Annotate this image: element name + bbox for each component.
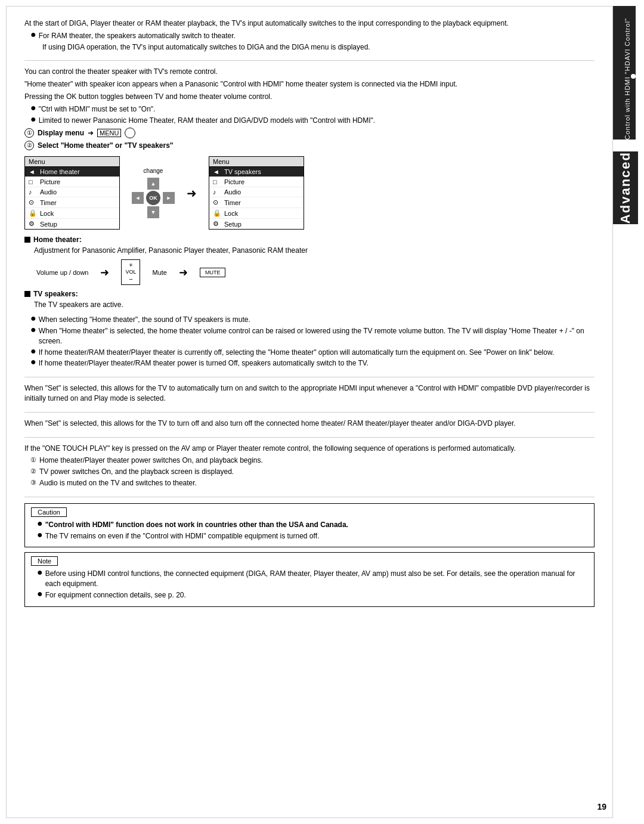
step-num-1: ① xyxy=(24,128,34,138)
caution-bullets: ● "Control with HDMI" function does not … xyxy=(37,520,588,541)
picture-icon: □ xyxy=(29,178,37,185)
list-item: ② TV power switches On, and the playback… xyxy=(30,467,595,477)
num-icon: ① xyxy=(30,456,36,464)
note-bullets: ● Before using HDMI control functions, t… xyxy=(37,569,588,600)
arrow-right-icon: ➜ xyxy=(187,186,197,200)
section-3: When "Set" is selected, this allows for … xyxy=(24,383,595,413)
s1-bullets: ● For RAM theater, the speakers automati… xyxy=(30,31,595,52)
audio-icon: ♪ xyxy=(213,188,221,196)
step-1: ① Display menu ➜ MENU xyxy=(24,128,595,138)
menu-item-label: Timer xyxy=(40,199,57,206)
menu-row-lock: 🔒 Lock xyxy=(25,208,119,219)
dpad-up-btn[interactable]: ▲ xyxy=(147,178,159,190)
note-title-box: Note xyxy=(31,556,588,569)
lock-icon: 🔒 xyxy=(213,209,221,217)
dpad-left-btn[interactable]: ◄ xyxy=(132,192,144,204)
main-content: At the start of DIGA, Player theater or … xyxy=(6,6,613,818)
s5-bullets: ① Home theater/Player theater power swit… xyxy=(30,456,595,488)
audio-icon: ♪ xyxy=(29,188,37,196)
menu-icon-sym: MENU xyxy=(97,129,121,137)
s2-bullets2: ● When selecting "Home theater", the sou… xyxy=(30,315,595,368)
menu-row-audio-r: ♪ Audio xyxy=(209,187,304,197)
list-item: ● The TV remains on even if the "Control… xyxy=(37,531,588,541)
s2-p1: You can control the theater speaker with… xyxy=(24,67,595,77)
ok-btn[interactable]: OK xyxy=(146,191,160,205)
tab-dot-icon xyxy=(631,74,636,79)
vol-label-text: VOL xyxy=(125,269,136,275)
black-square-icon xyxy=(24,291,30,297)
mute-arrow-icon: ➜ xyxy=(179,266,188,279)
note-box: Note ● Before using HDMI control functio… xyxy=(24,552,595,606)
mute-box: MUTE xyxy=(200,268,226,277)
menu-row-picture: □ Picture xyxy=(25,177,119,187)
bullet-icon: ● xyxy=(37,589,43,599)
tv-heading-text: TV speakers: xyxy=(33,290,78,298)
s5-p1: If the "ONE TOUCH PLAY" key is pressed o… xyxy=(24,444,595,454)
right-tab-advanced: Advanced xyxy=(613,151,638,224)
speaker-icon: ◄ xyxy=(29,168,37,175)
vol-row: Volume up / down ➜ + VOL − Mute ➜ MUTE xyxy=(36,259,595,285)
arrow-icon: ➜ xyxy=(88,129,94,137)
menu-item-label: Setup xyxy=(40,221,57,228)
vol-minus: − xyxy=(129,275,132,283)
page-number: 19 xyxy=(597,802,606,811)
dpad-right-btn[interactable]: ► xyxy=(163,192,175,204)
s2-bullets1: ● "Ctrl with HDMI" must be set to "On". … xyxy=(30,104,595,126)
menu-row-picture-r: □ Picture xyxy=(209,177,304,187)
s1-p1: At the start of DIGA, Player theater or … xyxy=(24,18,595,29)
dpad-container: change ▲ ◄ OK ► ▼ xyxy=(132,168,175,218)
list-item: ● When "Home theater" is selected, the h… xyxy=(30,326,595,346)
list-item: ● For equipment connection details, see … xyxy=(37,590,588,600)
lock-icon: 🔒 xyxy=(29,209,37,217)
mute-label: Mute xyxy=(152,269,166,276)
bullet-icon: ● xyxy=(30,357,36,367)
menu-item-label: Lock xyxy=(224,210,238,217)
dpad: ▲ ◄ OK ► ▼ xyxy=(132,178,175,218)
vol-box: + VOL − xyxy=(121,259,140,285)
menu-item-label: Setup xyxy=(224,221,242,228)
mute-box-label: MUTE xyxy=(205,269,221,275)
menu-row-setup-r: ⚙ Setup xyxy=(209,219,304,229)
home-theater-section: Home theater: Adjustment for Panasonic A… xyxy=(24,236,595,285)
right-tab-control: Control with HDMI "HDAVI Control" xyxy=(613,6,636,140)
menus-row: Menu ◄ Home theater □ Picture ♪ Audio ⊙ xyxy=(24,156,595,230)
circle-icon xyxy=(125,128,135,138)
list-item: ● Limited to newer Panasonic Home Theate… xyxy=(30,116,595,126)
menu-item-label: Timer xyxy=(224,199,241,206)
bullet-icon: ● xyxy=(30,30,36,39)
dpad-mid-row: ◄ OK ► xyxy=(132,191,175,205)
list-item: ● "Ctrl with HDMI" must be set to "On". xyxy=(30,104,595,114)
advanced-label: Advanced xyxy=(618,151,633,224)
menu-item-label: TV speakers xyxy=(224,168,261,175)
menu-item-label: Audio xyxy=(224,188,241,196)
vol-plus: + xyxy=(129,261,132,269)
bullet-icon: ● xyxy=(37,568,43,577)
menu-item-label: Audio xyxy=(40,188,57,196)
s3-p1: When "Set" is selected, this allows for … xyxy=(24,383,595,404)
bullet-icon: ● xyxy=(30,103,36,113)
timer-icon: ⊙ xyxy=(213,199,221,206)
menu-right: Menu ◄ TV speakers □ Picture ♪ Audio ⊙ xyxy=(209,156,304,230)
menu-right-header: Menu xyxy=(209,157,304,167)
picture-icon: □ xyxy=(213,178,221,185)
num-icon: ③ xyxy=(30,478,36,487)
menu-item-label: Home theater xyxy=(40,168,80,175)
menu-left: Menu ◄ Home theater □ Picture ♪ Audio ⊙ xyxy=(24,156,120,230)
list-item: If using DIGA operation, the TV's input … xyxy=(30,42,595,52)
ht-heading-text: Home theater: xyxy=(33,236,82,244)
dpad-down-btn[interactable]: ▼ xyxy=(147,206,159,218)
list-item: ① Home theater/Player theater power swit… xyxy=(30,456,595,466)
menu-item-label: Picture xyxy=(224,178,244,185)
list-item: ● If home theater/RAM theater/Player the… xyxy=(30,348,595,358)
list-item: ● For RAM theater, the speakers automati… xyxy=(30,31,595,41)
tv-heading: TV speakers: xyxy=(24,290,595,298)
s2-p2: "Home theater" with speaker icon appears… xyxy=(24,79,595,89)
section-2: You can control the theater speaker with… xyxy=(24,67,595,377)
ht-heading: Home theater: xyxy=(24,236,595,244)
menu-row-setup: ⚙ Setup xyxy=(25,219,119,229)
caution-bold-text: "Control with HDMI" function does not wo… xyxy=(45,520,348,530)
ht-desc: Adjustment for Panasonic Amplifier, Pana… xyxy=(34,246,595,256)
dpad-up-row: ▲ xyxy=(147,178,159,190)
menu-row-timer: ⊙ Timer xyxy=(25,197,119,208)
note-title: Note xyxy=(31,556,58,566)
